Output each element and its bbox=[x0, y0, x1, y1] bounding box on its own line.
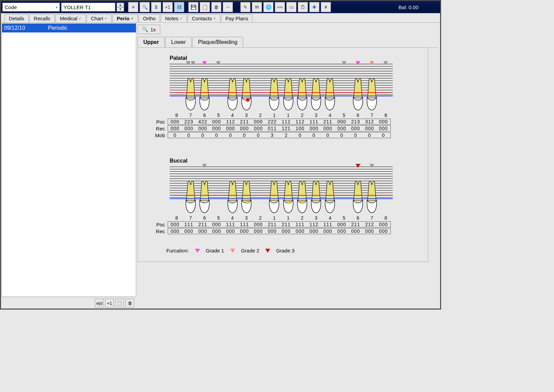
data-cell[interactable]: 211 bbox=[196, 222, 210, 227]
sidebar-plusone-button[interactable]: +1 bbox=[105, 299, 114, 308]
data-cell[interactable]: 422 bbox=[196, 119, 210, 124]
pen-button[interactable]: ✎ bbox=[240, 2, 250, 12]
plusone-button[interactable]: +1 bbox=[163, 2, 173, 12]
data-cell[interactable]: 000 bbox=[349, 126, 363, 131]
data-cell[interactable]: 213 bbox=[349, 119, 363, 124]
data-cell[interactable]: 0 bbox=[224, 132, 238, 138]
hash-button[interactable]: # bbox=[321, 2, 331, 12]
data-cell[interactable]: 223 bbox=[182, 119, 196, 124]
data-cell[interactable]: 000 bbox=[238, 126, 251, 131]
tab-medical[interactable]: Medical✓ bbox=[55, 14, 86, 22]
data-cell[interactable]: 000 bbox=[238, 228, 251, 234]
data-cell[interactable]: 111 bbox=[293, 222, 307, 227]
tab-perio[interactable]: Perio✓ bbox=[112, 14, 138, 22]
tab-chart[interactable]: Chart✓ bbox=[87, 14, 112, 22]
nav-button[interactable]: ↔ bbox=[223, 2, 233, 12]
data-cell[interactable]: 2 bbox=[279, 132, 293, 138]
subtab-plaque[interactable]: Plaque/Bleeding bbox=[192, 37, 243, 47]
data-cell[interactable]: 112 bbox=[293, 119, 307, 124]
data-cell[interactable]: 000 bbox=[224, 228, 238, 234]
data-cell[interactable]: 000 bbox=[168, 222, 182, 227]
sidebar-paste-button[interactable]: 📋 bbox=[115, 299, 124, 308]
data-cell[interactable]: 0 bbox=[210, 132, 223, 138]
data-cell[interactable]: 000 bbox=[321, 126, 335, 131]
data-cell[interactable]: 211 bbox=[279, 222, 293, 227]
data-cell[interactable]: 000 bbox=[251, 119, 265, 124]
data-cell[interactable]: 000 bbox=[196, 228, 210, 234]
data-cell[interactable]: 0 bbox=[307, 132, 321, 138]
data-cell[interactable]: 000 bbox=[210, 119, 223, 124]
data-cell[interactable]: 000 bbox=[210, 228, 223, 234]
data-cell[interactable]: 112 bbox=[224, 119, 238, 124]
paste-button[interactable]: 📋 bbox=[200, 2, 210, 12]
sidebar-trash-button[interactable]: 🗑 bbox=[125, 299, 134, 308]
data-cell[interactable]: 000 bbox=[251, 228, 265, 234]
data-cell[interactable]: 000 bbox=[265, 228, 279, 234]
data-cell[interactable]: 000 bbox=[168, 228, 182, 234]
data-cell[interactable]: 000 bbox=[335, 119, 349, 124]
data-cell[interactable]: 211 bbox=[265, 222, 279, 227]
data-cell[interactable]: 211 bbox=[238, 119, 251, 124]
data-cell[interactable]: 111 bbox=[224, 222, 238, 227]
data-cell[interactable]: 000 bbox=[210, 126, 223, 131]
card-button[interactable]: ▭ bbox=[286, 2, 296, 12]
exam-row[interactable]: 09/12/10 Periodic bbox=[2, 24, 136, 32]
data-cell[interactable]: 000 bbox=[224, 126, 238, 131]
tab-recalls[interactable]: Recalls bbox=[29, 14, 55, 22]
data-cell[interactable]: 0 bbox=[196, 132, 210, 138]
data-cell[interactable]: 111 bbox=[321, 222, 335, 227]
data-cell[interactable]: 211 bbox=[321, 119, 335, 124]
data-cell[interactable]: 112 bbox=[279, 119, 293, 124]
data-cell[interactable]: 0 bbox=[238, 132, 251, 138]
data-cell[interactable]: 000 bbox=[210, 222, 223, 227]
tab-ortho[interactable]: Ortho bbox=[139, 14, 160, 22]
globe-button[interactable]: 🌐 bbox=[263, 2, 273, 12]
data-cell[interactable]: 000 bbox=[321, 228, 335, 234]
data-cell[interactable]: 000 bbox=[182, 126, 196, 131]
data-cell[interactable]: 0 bbox=[349, 132, 363, 138]
data-cell[interactable]: 212 bbox=[363, 222, 377, 227]
code-dropdown[interactable]: Code ▾ bbox=[2, 3, 60, 11]
plus-button[interactable]: ✚ bbox=[309, 2, 319, 12]
data-cell[interactable]: 000 bbox=[182, 228, 196, 234]
data-cell[interactable]: 3 bbox=[265, 132, 279, 138]
data-cell[interactable]: 000 bbox=[335, 126, 349, 131]
edit-button[interactable]: e|d bbox=[95, 299, 104, 308]
patient-name-input[interactable] bbox=[61, 3, 115, 11]
data-cell[interactable]: 0 bbox=[377, 132, 390, 138]
data-cell[interactable]: 000 bbox=[335, 228, 349, 234]
data-cell[interactable]: 100 bbox=[293, 126, 307, 131]
data-cell[interactable]: 000 bbox=[293, 228, 307, 234]
align-button[interactable]: ≡ bbox=[128, 2, 138, 12]
data-cell[interactable]: 0 bbox=[335, 132, 349, 138]
tab-notes[interactable]: Notes✓ bbox=[161, 14, 187, 22]
data-cell[interactable]: 111 bbox=[238, 222, 251, 227]
data-cell[interactable]: 000 bbox=[279, 228, 293, 234]
data-cell[interactable]: 011 bbox=[265, 126, 279, 131]
data-cell[interactable]: 000 bbox=[377, 119, 390, 124]
trash-button[interactable]: 🗑 bbox=[211, 2, 221, 12]
mail-button[interactable]: ✉ bbox=[252, 2, 262, 12]
save-button[interactable]: 💾 bbox=[188, 2, 198, 12]
data-cell[interactable]: 0 bbox=[251, 132, 265, 138]
data-cell[interactable]: 000 bbox=[251, 222, 265, 227]
subtab-lower[interactable]: Lower bbox=[165, 37, 192, 47]
data-cell[interactable]: 222 bbox=[265, 119, 279, 124]
data-cell[interactable]: 0 bbox=[182, 132, 196, 138]
data-cell[interactable]: 000 bbox=[363, 126, 377, 131]
tab-payplans[interactable]: Pay Plans bbox=[221, 14, 253, 22]
data-cell[interactable]: 000 bbox=[168, 126, 182, 131]
data-cell[interactable]: 121 bbox=[279, 126, 293, 131]
data-cell[interactable]: 111 bbox=[307, 119, 321, 124]
tab-contacts[interactable]: Contacts✓ bbox=[188, 14, 220, 22]
zoom-button[interactable]: 🔍 1x bbox=[138, 25, 160, 34]
sms-button[interactable]: SMS bbox=[275, 2, 285, 12]
data-cell[interactable]: 000 bbox=[307, 228, 321, 234]
data-cell[interactable]: 000 bbox=[196, 126, 210, 131]
subtab-upper[interactable]: Upper bbox=[138, 37, 165, 47]
data-cell[interactable]: 000 bbox=[377, 228, 390, 234]
data-cell[interactable]: 000 bbox=[363, 228, 377, 234]
data-cell[interactable]: 112 bbox=[307, 222, 321, 227]
spinner[interactable]: ▲ ▼ bbox=[117, 3, 124, 11]
data-cell[interactable]: 111 bbox=[182, 222, 196, 227]
